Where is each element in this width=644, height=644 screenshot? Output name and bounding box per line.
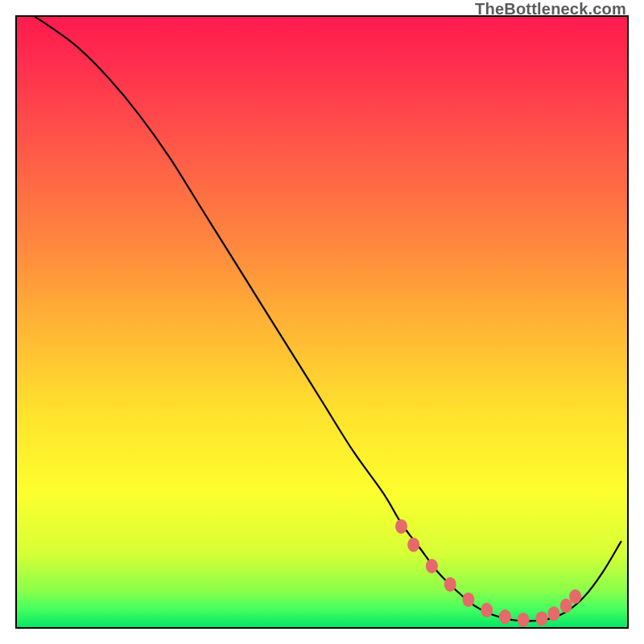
highlight-marker bbox=[407, 538, 419, 552]
highlight-marker bbox=[395, 519, 407, 534]
highlight-marker bbox=[518, 613, 530, 627]
highlight-marker bbox=[569, 589, 581, 604]
highlight-marker bbox=[499, 609, 511, 624]
highlight-marker bbox=[444, 577, 456, 592]
chart-svg bbox=[17, 17, 627, 627]
highlight-marker bbox=[535, 611, 547, 625]
highlight-marker bbox=[462, 592, 474, 607]
chart-stage: TheBottleneck.com bbox=[0, 0, 644, 644]
marker-group bbox=[395, 519, 581, 627]
highlight-marker bbox=[426, 559, 438, 573]
highlight-marker bbox=[481, 603, 493, 617]
highlight-marker bbox=[548, 606, 560, 621]
plot-area bbox=[15, 15, 629, 629]
bottleneck-curve bbox=[35, 17, 621, 621]
